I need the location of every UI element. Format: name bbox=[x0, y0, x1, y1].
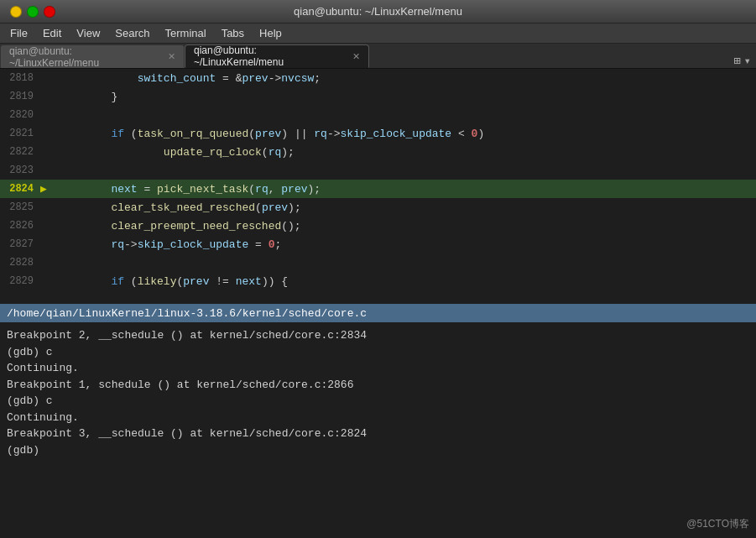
line-number: 2818 bbox=[0, 72, 40, 84]
title-bar: qian@ubuntu: ~/LinuxKernel/menu bbox=[0, 0, 756, 24]
terminal-line-4: Breakpoint 1, schedule () at kernel/sche… bbox=[7, 377, 749, 394]
tabs-bar: qian@ubuntu: ~/LinuxKernel/menu ✕ qian@u… bbox=[0, 44, 756, 69]
tab-1-close[interactable]: ✕ bbox=[352, 51, 360, 62]
code-pane: 2818 switch_count = &prev->nvcsw; 2819 }… bbox=[0, 69, 756, 304]
tab-1[interactable]: qian@ubuntu: ~/LinuxKernel/menu ✕ bbox=[185, 44, 369, 68]
table-row: 2820 bbox=[0, 106, 756, 124]
table-row: 2822 update_rq_clock(rq); bbox=[0, 143, 756, 161]
table-row: 2819 } bbox=[0, 87, 756, 106]
line-number: 2827 bbox=[0, 238, 40, 250]
new-tab-button[interactable]: ⊞ bbox=[733, 54, 740, 68]
menu-terminal[interactable]: Terminal bbox=[159, 25, 213, 41]
terminal-line-8: Breakpoint 3, __schedule () at kernel/sc… bbox=[7, 426, 749, 442]
terminal-line-5: (gdb) c bbox=[7, 393, 749, 410]
main-area: 2818 switch_count = &prev->nvcsw; 2819 }… bbox=[0, 69, 756, 538]
tab-0-close[interactable]: ✕ bbox=[168, 51, 175, 62]
terminal-line-1: (gdb) c bbox=[7, 344, 749, 361]
menu-search[interactable]: Search bbox=[108, 25, 156, 41]
menu-tabs[interactable]: Tabs bbox=[215, 25, 251, 41]
file-path-bar: /home/qian/LinuxKernel/linux-3.18.6/kern… bbox=[0, 304, 756, 322]
line-number: 2823 bbox=[0, 165, 40, 176]
table-row: 2828 bbox=[0, 253, 756, 272]
terminal-line-2: Continuing. bbox=[7, 360, 749, 377]
tab-0[interactable]: qian@ubuntu: ~/LinuxKernel/menu ✕ bbox=[0, 44, 185, 68]
table-row: 2827 rq->skip_clock_update = 0; bbox=[0, 235, 756, 253]
line-number: 2822 bbox=[0, 146, 40, 158]
watermark: @51CTO博客 bbox=[686, 516, 749, 531]
line-number: 2825 bbox=[0, 201, 40, 213]
terminal-pane[interactable]: Breakpoint 2, __schedule () at kernel/sc… bbox=[0, 322, 756, 538]
table-row: 2829 if (likely(prev != next)) { bbox=[0, 272, 756, 290]
tabs-right-controls: ⊞ ▾ bbox=[728, 54, 756, 68]
table-row: 2824 ▶ next = pick_next_task(rq, prev); bbox=[0, 180, 756, 198]
maximize-button[interactable] bbox=[27, 6, 39, 18]
line-number: 2826 bbox=[0, 220, 40, 232]
table-row: 2821 if (task_on_rq_queued(prev) || rq->… bbox=[0, 124, 756, 143]
menu-bar: File Edit View Search Terminal Tabs Help bbox=[0, 24, 756, 44]
table-row: 2823 bbox=[0, 161, 756, 180]
table-row: 2818 switch_count = &prev->nvcsw; bbox=[0, 69, 756, 87]
file-path-text: /home/qian/LinuxKernel/linux-3.18.6/kern… bbox=[7, 307, 367, 320]
line-number: 2819 bbox=[0, 91, 40, 102]
window-title: qian@ubuntu: ~/LinuxKernel/menu bbox=[57, 5, 699, 18]
menu-help[interactable]: Help bbox=[253, 25, 289, 41]
line-number: 2829 bbox=[0, 275, 40, 287]
menu-file[interactable]: File bbox=[3, 25, 34, 41]
code-lines: 2818 switch_count = &prev->nvcsw; 2819 }… bbox=[0, 69, 756, 290]
line-number: 2820 bbox=[0, 109, 40, 121]
terminal-line-9: (gdb) bbox=[7, 442, 749, 459]
menu-view[interactable]: View bbox=[70, 25, 107, 41]
table-row: 2826 clear_preempt_need_resched(); bbox=[0, 217, 756, 235]
table-row: 2825 clear_tsk_need_resched(prev); bbox=[0, 198, 756, 217]
terminal-line-0: Breakpoint 2, __schedule () at kernel/sc… bbox=[7, 327, 749, 344]
tab-0-label: qian@ubuntu: ~/LinuxKernel/menu bbox=[9, 45, 159, 69]
menu-edit[interactable]: Edit bbox=[36, 25, 68, 41]
line-number: 2821 bbox=[0, 128, 40, 139]
terminal-line-6: Continuing. bbox=[7, 410, 749, 426]
line-number: 2828 bbox=[0, 257, 40, 269]
line-number: 2824 bbox=[0, 183, 40, 195]
tab-dropdown-button[interactable]: ▾ bbox=[744, 54, 751, 68]
close-button[interactable] bbox=[44, 6, 55, 18]
tab-1-label: qian@ubuntu: ~/LinuxKernel/menu bbox=[194, 44, 344, 68]
minimize-button[interactable] bbox=[10, 6, 22, 18]
